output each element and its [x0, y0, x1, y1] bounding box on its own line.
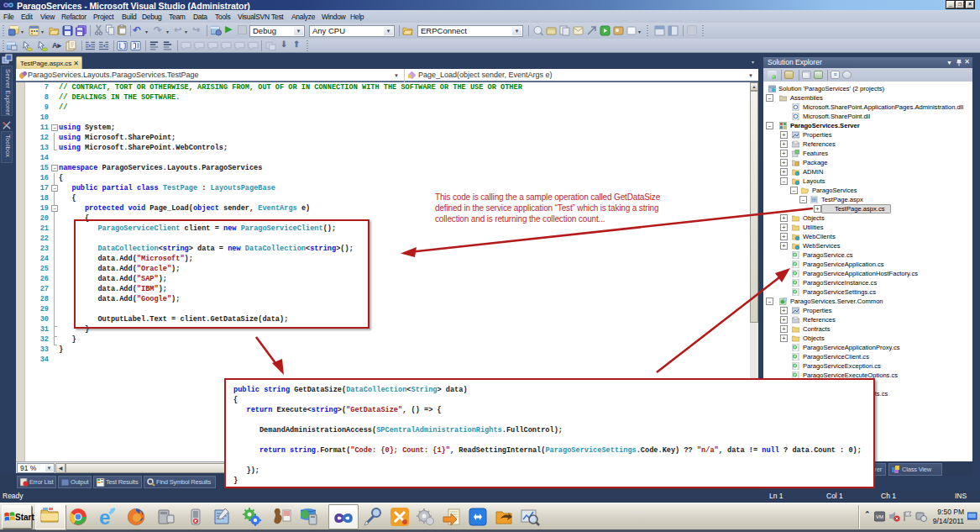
- svg-text:VM: VM: [876, 514, 883, 519]
- svg-text:#: #: [794, 354, 796, 359]
- svg-text:#: #: [794, 252, 796, 257]
- svg-text:#: #: [794, 345, 796, 350]
- svg-text:#: #: [794, 372, 796, 377]
- svg-text:e: e: [99, 507, 110, 527]
- svg-text:#: #: [794, 289, 796, 294]
- svg-text:#: #: [794, 280, 796, 285]
- svg-text:#: #: [794, 261, 796, 266]
- svg-text:#: #: [794, 271, 796, 276]
- svg-text:#: #: [794, 363, 796, 368]
